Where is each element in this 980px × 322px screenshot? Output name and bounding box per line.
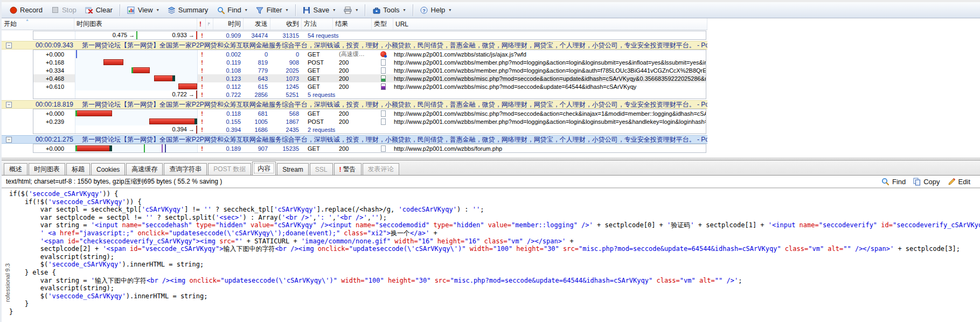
request-row[interactable]: +0.000!0.00200GET(高速缓…http://www.p2p001.… [33,50,706,58]
save-button[interactable]: Save▾ [298,4,340,17]
flag-cell [206,50,214,58]
collapse-group-button[interactable]: − [6,43,12,48]
tab-POST-数据[interactable]: POST 数据 [208,163,251,175]
chevron-down-icon[interactable]: ▾ [245,8,247,12]
result-code: 200 [333,109,372,117]
code-line: } [9,300,980,308]
find-button[interactable]: Find [881,178,906,186]
timeline-marker-label: 0.933 → [172,31,194,39]
copy-button[interactable]: Copy [913,178,940,186]
timeline-lane: 0.475 →0.933 → [75,31,198,39]
code-line: if($('seccode_cSArVKyqy')) { [9,190,980,198]
column-result[interactable]: 结果 [333,18,372,30]
chevron-down-icon[interactable]: ▾ [449,8,451,12]
timeline-marker-blue [76,50,77,58]
search-icon [881,178,889,186]
summary-button[interactable]: Summary [163,4,213,17]
column-flag[interactable] [206,18,213,30]
request-row[interactable]: +0.334!0.1087792025GET200http://www.p2p0… [33,66,706,74]
start-offset: +0.000 [33,144,75,152]
column-received[interactable]: 收到 [270,18,302,30]
tab-发表评论[interactable]: 发表评论 [363,163,399,175]
code-line: var string = '<input name="seccodehash" … [9,221,980,229]
chevron-down-icon[interactable]: ▾ [333,8,335,12]
group-request-box: +0.000!0.18990715235GET200http://www.p2p… [33,144,706,153]
timing-bar [131,67,150,73]
tab-Stream[interactable]: Stream [277,163,309,175]
tab-标题[interactable]: 标题 [66,163,90,175]
sent-bytes: 681 [244,109,271,117]
flag-cell [206,31,214,39]
group-subtotal-row[interactable]: 0.722 →!0.722285652515 requests [33,90,706,99]
tab-label: 时间图表 [34,165,60,174]
timing-bar [75,145,112,151]
tab-内容[interactable]: 内容 [252,162,276,175]
edit-button[interactable]: Edit [948,178,970,186]
help-button[interactable]: ?Help▾ [416,4,456,17]
column-type[interactable]: 类型 [372,18,393,30]
group-header-row[interactable]: −00:00:18.819第一网贷论坛【第一网贷】全国第一家P2P网贷和众筹互联… [2,100,707,109]
tools-button[interactable]: Tools▾ [368,4,409,17]
column-url[interactable]: URL [393,18,707,30]
timeline-marker-label: 0.394 → [172,125,194,134]
column-start[interactable]: 开始 ▲ [2,18,74,30]
start-offset: +0.000 [33,50,75,58]
request-row[interactable]: +0.610!0.1126151245GET200http://www.p2p0… [33,82,706,90]
column-alert[interactable]: ! [197,18,206,30]
tab-警告[interactable]: !警告 [334,163,362,175]
response-source-code[interactable]: if($('seccode_cSArVKyqy')) { if(!$('vsec… [2,188,980,316]
chevron-down-icon[interactable]: ▾ [356,8,358,12]
filter-button[interactable]: Filter▾ [252,4,293,17]
clear-button[interactable]: Clear [81,4,117,17]
chevron-down-icon[interactable]: ▾ [286,8,288,12]
received-bytes: 0 [271,50,302,58]
chevron-down-icon[interactable]: ▾ [157,8,159,12]
flag-cell [206,117,214,125]
column-time[interactable]: 时间 [213,18,244,30]
request-row[interactable]: +0.000!0.18990715235GET200http://www.p2p… [33,144,706,152]
print-button[interactable]: ▾ [339,4,362,17]
clear-icon [85,6,93,14]
timeline-marker-purple [162,144,163,152]
stop-button[interactable]: Stop [47,4,81,17]
timing-bar [103,59,123,65]
group-start-time: 00:00:21.275 [12,136,73,143]
column-start-label: 开始 [4,19,17,29]
http-method: GET [302,82,333,90]
sent-total: 34474 [244,31,271,39]
chevron-down-icon[interactable]: ▾ [404,8,406,12]
group-header-row[interactable]: −00:00:21.275第一网贷论坛【第一网贷】全国第一家P2P网贷和众筹互联… [2,135,707,144]
request-row[interactable]: +0.239!0.15510051867POST200http://www.p2… [33,117,706,125]
tab-时间图表[interactable]: 时间图表 [29,163,65,175]
timeline-lane [75,144,198,152]
tab-Cookies[interactable]: Cookies [91,163,125,175]
received-total: 5251 [271,90,302,99]
code-line: } [9,308,980,316]
received-bytes: 15235 [271,144,302,152]
sent-total: 1686 [244,125,271,134]
tab-查询字符串[interactable]: 查询字符串 [164,163,207,175]
help-label: Help [431,6,446,14]
capture-summary-row[interactable]: 0.475 →0.933 →!0.909344743131554 request… [33,31,706,39]
view-button[interactable]: View▾ [123,4,163,17]
tab-高速缓存[interactable]: 高速缓存 [126,163,163,175]
find-button[interactable]: Find▾ [212,4,251,17]
column-sent[interactable]: 发送 [244,18,270,30]
record-button[interactable]: Record [5,4,47,17]
column-method[interactable]: 方法 [302,18,333,30]
request-row[interactable]: +0.000!0.118681568GET200http://www.p2p00… [33,109,706,117]
timeline-lane [75,66,198,74]
collapse-group-button[interactable]: − [6,102,12,108]
alert-indicator: ! [198,82,206,90]
request-row[interactable]: +0.168!0.119819908POST200http://www.p2p0… [33,58,706,66]
group-header-row[interactable]: −00:00:09.343第一网贷论坛【第一网贷】全国第一家P2P网贷和众筹互联… [2,41,707,50]
request-row[interactable]: +0.468!0.1236431073GET200http://www.p2p0… [33,74,706,82]
product-edition-vertical-label: rofessional 9.3 [4,253,11,312]
sent-bytes: 907 [244,144,271,152]
view-label: View [138,6,153,14]
group-subtotal-row[interactable]: 0.394 →!0.394168624352 requests [33,125,706,134]
column-timeline[interactable]: 时间图表 [74,18,197,30]
tab-SSL[interactable]: SSL [310,163,333,175]
tab-概述[interactable]: 概述 [4,163,27,175]
collapse-group-button[interactable]: − [6,137,12,143]
